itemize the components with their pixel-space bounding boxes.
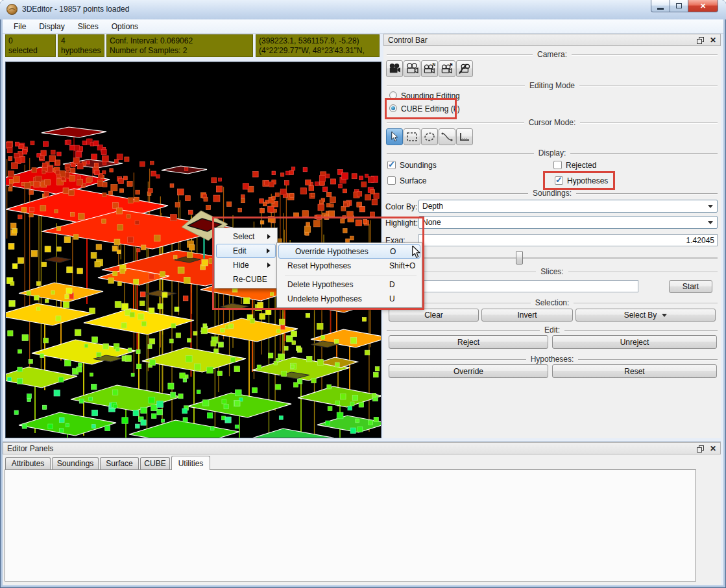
soundings-checkbox[interactable] (387, 161, 396, 169)
cube-editing-radio[interactable] (389, 104, 397, 112)
menu-bar: File Display Slices Options (3, 19, 723, 34)
camera-reset-button[interactable] (456, 60, 473, 77)
tab-utilities[interactable]: Utilities (171, 456, 210, 470)
angle-measure-button[interactable] (456, 128, 473, 145)
context-menu: Select Edit Hide Re-CUBE (214, 228, 278, 288)
editor-panels-title: Editor Panels (7, 444, 53, 453)
unreject-button[interactable]: Unreject (552, 335, 717, 349)
context-menu-recube[interactable]: Re-CUBE (216, 272, 276, 287)
hypotheses-checkbox-label: Hypotheses (567, 176, 608, 185)
close-button[interactable]: ✕ (688, 0, 718, 12)
utilities-tab-content (5, 469, 696, 582)
color-by-label: Color By: (385, 202, 417, 211)
close-icon: ✕ (700, 2, 706, 10)
edit-submenu: Override Hypotheses O Reset Hypotheses S… (276, 242, 422, 308)
selection-separator: Selection: (387, 298, 718, 307)
lasso-select-icon (424, 132, 435, 142)
clear-button[interactable]: Clear (389, 309, 479, 322)
exag-slider-handle[interactable] (516, 251, 523, 265)
submenu-arrow-icon (267, 234, 271, 239)
override-hypotheses-item[interactable]: Override Hypotheses O (278, 244, 420, 259)
context-menu-edit[interactable]: Edit (216, 244, 276, 258)
close-panel-icon[interactable]: ✕ (710, 445, 716, 452)
camera-outline-button[interactable] (404, 60, 420, 77)
slices-start-button[interactable]: Start (669, 280, 712, 293)
rejected-checkbox-label: Rejected (566, 161, 596, 170)
highlight-label: Highlight: (385, 218, 418, 228)
float-panel-icon[interactable] (697, 37, 703, 43)
rejected-checkbox[interactable] (553, 161, 562, 169)
tab-surface[interactable]: Surface (100, 457, 139, 469)
display-separator: Display: (387, 148, 718, 158)
submenu-arrow-icon (267, 263, 271, 268)
status-confidence: Conf. Interval: 0.069062 Number of Sampl… (106, 34, 253, 57)
shortcut-label: D (389, 280, 395, 289)
delete-hypotheses-item[interactable]: Delete Hypotheses D (278, 277, 420, 292)
pointer-icon (390, 132, 399, 142)
context-menu-select[interactable]: Select (216, 229, 276, 244)
invert-button[interactable]: Invert (481, 309, 573, 322)
title-bar[interactable]: 3DEditor - 19857 points loaded ✕ (0, 0, 726, 19)
surface-checkbox-label: Surface (400, 176, 426, 185)
camera-east-button[interactable]: E (439, 60, 455, 77)
highlight-dropdown[interactable]: None (418, 216, 718, 229)
undelete-hypotheses-item[interactable]: Undelete Hypotheses U (278, 292, 420, 306)
shortcut-label: U (389, 294, 395, 303)
pointer-select-button[interactable] (386, 128, 403, 145)
sounding-editing-radio[interactable] (389, 91, 397, 99)
tab-cube[interactable]: CUBE (140, 457, 170, 469)
color-by-dropdown[interactable]: Depth (418, 200, 718, 213)
cube-editing-label: CUBE Editing (k) (401, 104, 460, 113)
cursor-mode-separator: Cursor Mode: (387, 118, 718, 127)
editor-panels-header[interactable]: Editor Panels ✕ (3, 442, 721, 454)
application-window: 3DEditor - 19857 points loaded ✕ File Di… (0, 0, 726, 588)
close-panel-icon[interactable]: ✕ (710, 37, 716, 43)
tab-attributes[interactable]: Attributes (5, 457, 51, 469)
status-coordinates: (398223.1, 5361157.9, -5.28) (4°22'29.77… (256, 34, 380, 57)
chevron-down-icon (708, 205, 713, 208)
menu-slices[interactable]: Slices (72, 20, 104, 33)
camera-north-button[interactable]: N (421, 60, 438, 77)
slices-separator: Slices: (387, 267, 718, 276)
reset-hypotheses-item[interactable]: Reset Hypotheses Shift+O (278, 259, 420, 273)
editing-mode-separator: Editing Mode (387, 81, 718, 90)
slices-input[interactable]: 5 (415, 280, 638, 292)
reset-button[interactable]: Reset (552, 364, 717, 378)
svg-text:N: N (433, 63, 436, 67)
angle-measure-icon (459, 132, 470, 142)
exag-input[interactable]: 1.42045 (418, 234, 718, 246)
curve-select-icon (441, 132, 453, 142)
rectangle-select-button[interactable] (404, 128, 420, 145)
tab-soundings[interactable]: Soundings (52, 457, 99, 469)
menu-file[interactable]: File (8, 20, 32, 33)
minimize-button[interactable] (651, 0, 670, 12)
reject-button[interactable]: Reject (389, 335, 548, 349)
chevron-down-icon (708, 221, 713, 224)
shortcut-label: O (390, 247, 396, 256)
camera-outline-icon (405, 63, 418, 75)
select-by-button[interactable]: Select By (575, 309, 716, 322)
restore-button[interactable] (670, 0, 688, 12)
shortcut-label: Shift+O (389, 261, 415, 270)
surface-checkbox[interactable] (387, 176, 396, 185)
menu-options[interactable]: Options (106, 20, 144, 33)
lasso-select-button[interactable] (421, 128, 438, 145)
svg-text:E: E (450, 63, 453, 67)
menu-display[interactable]: Display (33, 20, 70, 33)
window-title: 3DEditor - 19857 points loaded (22, 5, 129, 14)
override-button[interactable]: Override (389, 364, 548, 378)
control-bar-header[interactable]: Control Bar ✕ (383, 34, 721, 46)
exag-slider-groove[interactable] (389, 257, 718, 259)
chevron-down-icon (662, 314, 667, 317)
app-icon (6, 4, 18, 15)
submenu-arrow-icon (267, 248, 270, 253)
context-menu-hide[interactable]: Hide (216, 258, 276, 272)
camera-solid-button[interactable] (386, 60, 403, 77)
float-panel-icon[interactable] (697, 445, 703, 452)
minimize-icon (657, 8, 664, 10)
sounding-editing-label: Sounding Editing (401, 91, 460, 100)
edit-separator: Edit: (387, 325, 718, 335)
camera-north-icon: N (423, 63, 436, 75)
hypotheses-checkbox[interactable] (555, 176, 563, 185)
curve-select-button[interactable] (439, 128, 455, 145)
